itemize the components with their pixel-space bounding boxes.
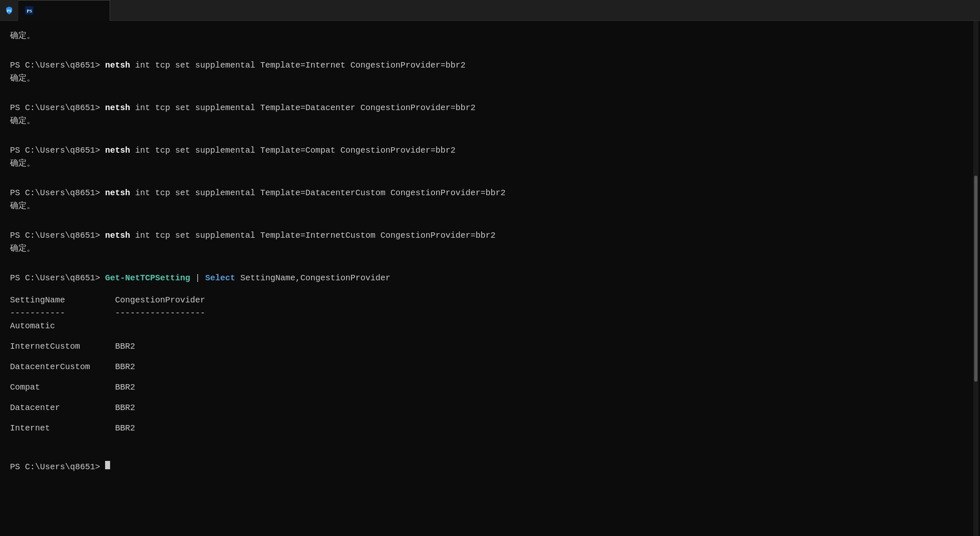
prompt: PS C:\Users\q8651> xyxy=(10,101,105,114)
table-row: Datacenter BBR2 xyxy=(10,401,970,414)
command-args: SettingName,CongestionProvider xyxy=(235,272,390,284)
powershell-tab-icon: PS xyxy=(25,6,33,15)
table-row: Compat BBR2 xyxy=(10,381,970,394)
table-header: ----------- ------------------ xyxy=(10,307,970,320)
spacer-line xyxy=(10,50,970,59)
command-line: PS C:\Users\q8651> netsh int tcp set sup… xyxy=(10,186,970,199)
command-args: int tcp set supplemental Template=Datace… xyxy=(130,101,475,114)
output-line: 确定。 xyxy=(10,29,970,42)
command-line: PS C:\Users\q8651> netsh int tcp set sup… xyxy=(10,229,970,242)
command-args: int tcp set supplemental Template=Intern… xyxy=(130,229,495,242)
table-header: SettingName CongestionProvider xyxy=(10,294,970,307)
command-netsh: netsh xyxy=(105,186,130,199)
tab-close-button[interactable] xyxy=(43,6,52,15)
prompt: PS C:\Users\q8651> xyxy=(10,144,105,157)
command-line: PS C:\Users\q8651> netsh int tcp set sup… xyxy=(10,144,970,157)
cursor xyxy=(105,461,110,469)
prompt: PS C:\Users\q8651> xyxy=(10,186,105,199)
command-args: int tcp set supplemental Template=Compat… xyxy=(130,144,455,157)
minimize-button[interactable] xyxy=(905,0,930,21)
tab-dropdown-button[interactable] xyxy=(125,3,140,18)
table-row: DatacenterCustom BBR2 xyxy=(10,360,970,373)
output-line: 确定。 xyxy=(10,114,970,127)
output-line: 确定。 xyxy=(10,157,970,170)
spacer-line xyxy=(10,442,970,451)
command-line: PS C:\Users\q8651> netsh int tcp set sup… xyxy=(10,59,970,72)
prompt: PS C:\Users\q8651> xyxy=(10,59,105,72)
command-netsh: netsh xyxy=(105,229,130,242)
output-line: 确定。 xyxy=(10,199,970,212)
spacer-line xyxy=(10,177,970,186)
scrollbar-thumb xyxy=(974,176,977,382)
titlebar-left: PS PS xyxy=(0,0,905,21)
output-line: 确定。 xyxy=(10,242,970,255)
command-args: int tcp set supplemental Template=Datace… xyxy=(130,186,505,199)
terminal-body[interactable]: 确定。PS C:\Users\q8651> netsh int tcp set … xyxy=(0,21,980,536)
svg-text:PS: PS xyxy=(27,8,32,13)
spacer-line xyxy=(10,220,970,229)
maximize-button[interactable] xyxy=(930,0,955,21)
scrollbar[interactable] xyxy=(973,21,978,536)
command-netsh: netsh xyxy=(105,144,130,157)
close-button[interactable] xyxy=(955,0,980,21)
svg-text:PS: PS xyxy=(7,9,12,13)
spacer-line xyxy=(10,92,970,101)
command-select: Select xyxy=(205,272,235,284)
prompt: PS C:\Users\q8651> xyxy=(10,272,105,284)
table-row: Internet BBR2 xyxy=(10,422,970,435)
table-row: InternetCustom BBR2 xyxy=(10,340,970,353)
prompt: PS C:\Users\q8651> xyxy=(10,229,105,242)
spacer-line xyxy=(10,262,970,272)
prompt: PS C:\Users\q8651> xyxy=(10,461,105,473)
spacer-line xyxy=(10,135,970,144)
output-line: 确定。 xyxy=(10,72,970,85)
spacer-line xyxy=(10,284,970,294)
command-netsh: netsh xyxy=(105,59,130,72)
command-get: Get-NetTCPSetting xyxy=(105,272,190,284)
command-line: PS C:\Users\q8651> Get-NetTCPSetting | S… xyxy=(10,272,970,284)
window-controls xyxy=(905,0,980,21)
command-netsh: netsh xyxy=(105,101,130,114)
shield-icon: PS xyxy=(0,0,18,21)
spacer-line xyxy=(10,451,970,461)
titlebar: PS PS xyxy=(0,0,980,21)
table-row: Automatic xyxy=(10,320,970,332)
new-tab-button[interactable] xyxy=(110,3,125,18)
active-prompt-line: PS C:\Users\q8651> xyxy=(10,461,970,473)
pipe-operator: | xyxy=(190,272,205,284)
command-line: PS C:\Users\q8651> netsh int tcp set sup… xyxy=(10,101,970,114)
active-tab[interactable]: PS xyxy=(18,0,110,21)
command-args: int tcp set supplemental Template=Intern… xyxy=(130,59,465,72)
